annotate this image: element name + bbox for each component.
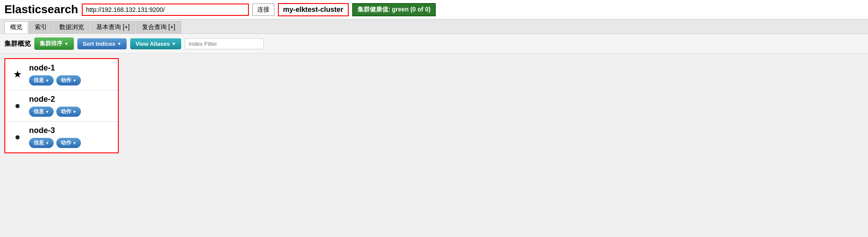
node-action-button[interactable]: 动作▼	[56, 107, 81, 117]
node-info-arrow-icon: ▼	[45, 78, 49, 83]
sort-cluster-arrow-icon: ▼	[64, 41, 69, 46]
circle-icon: ●	[11, 100, 24, 111]
main-content: ★node-1信息▼动作▼●node-2信息▼动作▼●node-3信息▼动作▼	[0, 54, 868, 158]
node-name: node-2	[29, 95, 81, 104]
node-name: node-3	[29, 126, 81, 135]
node-action-label: 动作	[61, 77, 71, 84]
node-actions: 信息▼动作▼	[29, 75, 81, 85]
node-info: node-2信息▼动作▼	[29, 95, 81, 117]
connect-button[interactable]: 连接	[252, 4, 274, 16]
node-action-arrow-icon: ▼	[73, 110, 77, 114]
sort-cluster-label: 集群排序	[40, 40, 62, 48]
url-input[interactable]	[82, 4, 249, 16]
tab-data-browser[interactable]: 数据浏览	[54, 21, 90, 33]
section-label: 集群概览	[4, 40, 31, 48]
node-info-label: 信息	[33, 77, 44, 84]
tab-overview[interactable]: 概览	[4, 21, 28, 33]
circle-icon: ●	[11, 131, 24, 143]
node-item: ●node-2信息▼动作▼	[5, 90, 118, 122]
tab-basic-query[interactable]: 基本查询 [+]	[91, 21, 135, 33]
view-aliases-label: View Aliases	[135, 41, 170, 47]
node-info-arrow-icon: ▼	[45, 141, 49, 145]
node-item: ★node-1信息▼动作▼	[5, 59, 118, 90]
sort-cluster-button[interactable]: 集群排序 ▼	[34, 37, 74, 50]
tab-index[interactable]: 索引	[29, 21, 53, 33]
node-info-button[interactable]: 信息▼	[29, 75, 54, 85]
view-aliases-button[interactable]: View Aliases ▼	[130, 38, 181, 49]
node-info: node-1信息▼动作▼	[29, 63, 81, 85]
app-title: Elasticsearch	[4, 3, 78, 16]
node-info-label: 信息	[33, 139, 44, 147]
node-info-arrow-icon: ▼	[45, 110, 49, 114]
node-actions: 信息▼动作▼	[29, 107, 81, 117]
node-action-label: 动作	[61, 108, 71, 115]
node-info: node-3信息▼动作▼	[29, 126, 81, 148]
node-action-button[interactable]: 动作▼	[56, 138, 81, 148]
index-filter-input[interactable]	[185, 38, 264, 49]
health-badge: 集群健康值: green (0 of 0)	[352, 3, 436, 16]
node-name: node-1	[29, 63, 81, 73]
nav-tabs: 概览 索引 数据浏览 基本查询 [+] 复合查询 [+]	[0, 19, 868, 34]
node-list: ★node-1信息▼动作▼●node-2信息▼动作▼●node-3信息▼动作▼	[4, 58, 119, 153]
view-aliases-arrow-icon: ▼	[171, 41, 176, 46]
header: Elasticsearch 连接 my-elktest-cluster 集群健康…	[0, 0, 868, 19]
star-icon: ★	[11, 69, 24, 80]
sort-indices-arrow-icon: ▼	[117, 41, 121, 46]
node-actions: 信息▼动作▼	[29, 138, 81, 148]
tab-compound-query[interactable]: 复合查询 [+]	[136, 21, 181, 33]
toolbar: 集群概览 集群排序 ▼ Sort Indices ▼ View Aliases …	[0, 34, 868, 54]
node-info-button[interactable]: 信息▼	[29, 107, 54, 117]
node-item: ●node-3信息▼动作▼	[5, 122, 118, 152]
node-info-button[interactable]: 信息▼	[29, 138, 54, 148]
sort-indices-label: Sort Indices	[83, 41, 115, 47]
sort-indices-button[interactable]: Sort Indices ▼	[77, 38, 127, 49]
node-action-arrow-icon: ▼	[73, 78, 77, 83]
node-action-label: 动作	[61, 139, 71, 147]
node-info-label: 信息	[33, 108, 44, 115]
cluster-name: my-elktest-cluster	[278, 3, 349, 16]
node-action-arrow-icon: ▼	[73, 141, 77, 145]
node-action-button[interactable]: 动作▼	[56, 75, 81, 85]
